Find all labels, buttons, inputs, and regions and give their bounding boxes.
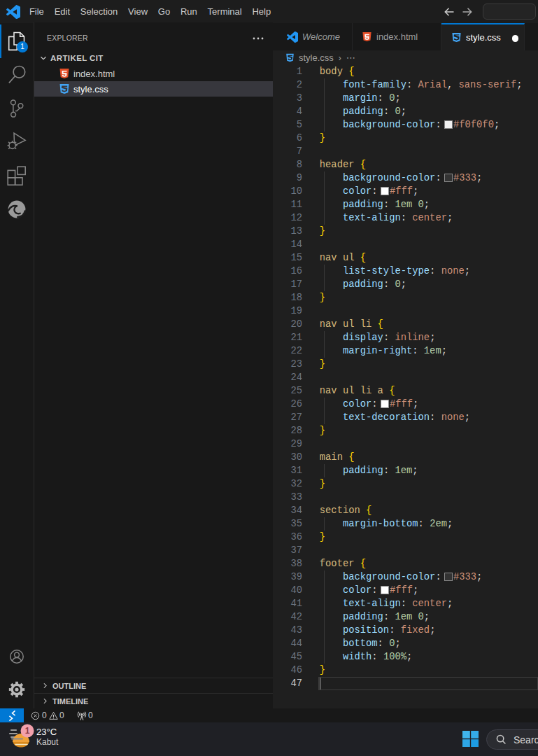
svg-text:1: 1 <box>25 726 30 736</box>
